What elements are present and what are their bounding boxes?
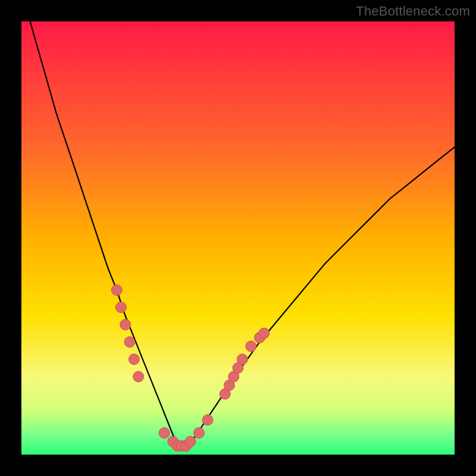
data-point	[124, 337, 135, 347]
data-point	[202, 415, 213, 425]
data-point	[185, 436, 196, 447]
data-point	[115, 302, 126, 313]
data-point	[259, 328, 270, 339]
data-point	[120, 320, 131, 330]
plot-area	[21, 21, 455, 455]
data-point	[111, 284, 122, 295]
data-point	[194, 428, 205, 439]
gradient-background	[21, 21, 455, 455]
chart-frame: TheBottleneck.com	[0, 0, 476, 476]
data-point	[159, 428, 170, 439]
watermark-text: TheBottleneck.com	[356, 4, 470, 19]
data-point	[246, 341, 256, 352]
bottleneck-chart	[21, 21, 455, 455]
data-point	[237, 354, 248, 365]
data-point	[133, 371, 144, 382]
data-point	[129, 354, 139, 365]
